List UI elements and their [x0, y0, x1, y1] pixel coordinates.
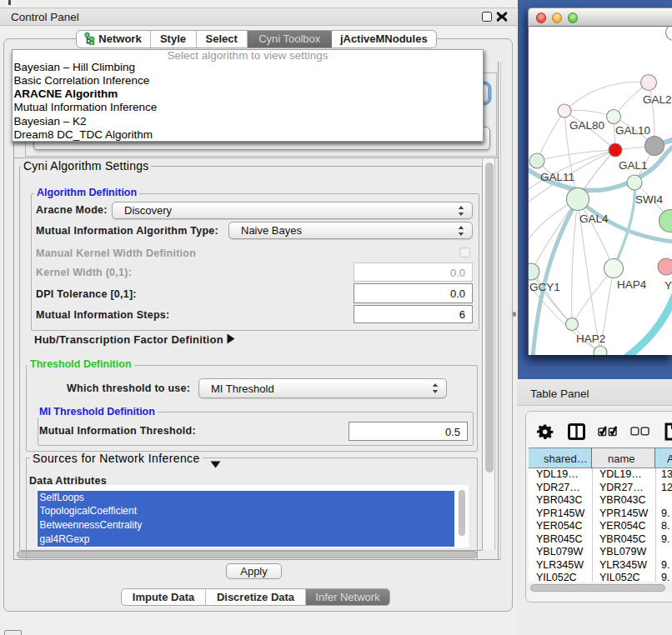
svg-text:HAP4: HAP4 — [617, 278, 647, 291]
svg-text:GAL80: GAL80 — [569, 119, 604, 132]
svg-text:SWI4: SWI4 — [635, 193, 663, 206]
svg-text:GAL10: GAL10 — [615, 124, 650, 137]
svg-text:GAL1: GAL1 — [619, 159, 648, 172]
svg-text:GAL11: GAL11 — [540, 171, 574, 183]
svg-text:HAP2: HAP2 — [576, 332, 605, 345]
svg-text:GCY1: GCY1 — [529, 281, 560, 293]
svg-text:GAL4: GAL4 — [579, 212, 609, 225]
svg-text:YJ: YJ — [664, 279, 672, 292]
svg-text:GAL2: GAL2 — [643, 93, 672, 106]
